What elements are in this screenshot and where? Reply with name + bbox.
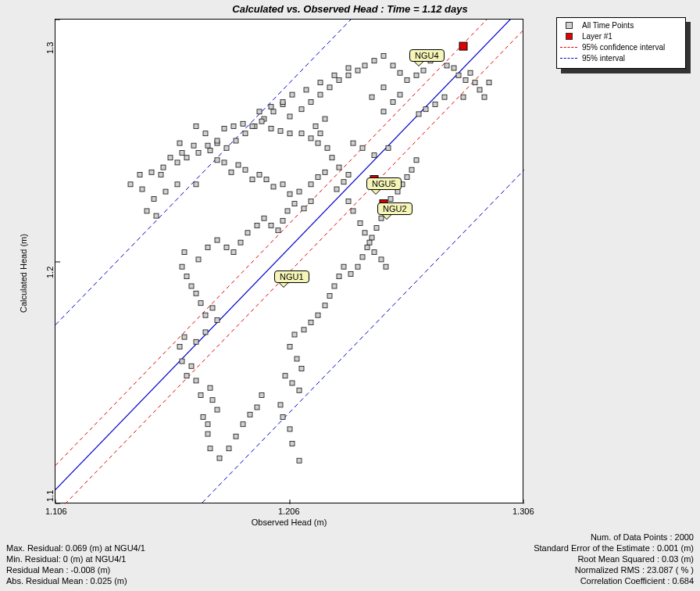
red-dash-icon bbox=[560, 43, 577, 51]
svg-rect-214 bbox=[304, 88, 309, 92]
svg-rect-207 bbox=[313, 124, 318, 128]
svg-rect-62 bbox=[229, 170, 234, 174]
stat-num-points: Num. of Data Points : 2000 bbox=[534, 532, 694, 543]
svg-rect-145 bbox=[332, 284, 337, 288]
svg-rect-88 bbox=[414, 73, 419, 77]
svg-rect-74 bbox=[288, 114, 292, 119]
svg-rect-111 bbox=[184, 156, 189, 160]
svg-rect-199 bbox=[191, 143, 196, 148]
svg-rect-98 bbox=[477, 88, 482, 92]
svg-rect-92 bbox=[445, 63, 449, 68]
svg-rect-209 bbox=[461, 95, 466, 99]
svg-rect-57 bbox=[264, 177, 269, 182]
svg-rect-34 bbox=[184, 274, 189, 279]
svg-rect-119 bbox=[241, 121, 245, 126]
svg-rect-39 bbox=[215, 238, 220, 242]
svg-rect-15 bbox=[205, 422, 210, 427]
svg-rect-40 bbox=[224, 245, 229, 249]
svg-rect-141 bbox=[309, 321, 313, 325]
svg-rect-131 bbox=[280, 414, 285, 419]
svg-rect-32 bbox=[194, 291, 198, 296]
svg-rect-163 bbox=[372, 153, 377, 158]
svg-rect-173 bbox=[323, 170, 327, 174]
svg-rect-41 bbox=[231, 250, 236, 255]
stat-abs-residual-mean: Abs. Residual Mean : 0.025 (m) bbox=[6, 575, 145, 586]
svg-rect-27 bbox=[203, 330, 208, 335]
stats-right: Num. of Data Points : 2000 Standard Erro… bbox=[534, 532, 694, 586]
svg-rect-167 bbox=[337, 165, 341, 170]
svg-rect-50 bbox=[292, 202, 297, 206]
svg-rect-82 bbox=[362, 63, 367, 68]
svg-rect-159 bbox=[405, 175, 409, 180]
svg-rect-75 bbox=[299, 107, 304, 112]
svg-rect-149 bbox=[355, 264, 360, 269]
svg-rect-115 bbox=[203, 131, 208, 136]
legend-label: 95% confidence interval bbox=[582, 43, 665, 52]
ytick-3: 1.3 bbox=[45, 42, 55, 54]
svg-rect-113 bbox=[205, 143, 210, 148]
svg-rect-121 bbox=[259, 119, 264, 124]
svg-rect-151 bbox=[365, 245, 370, 249]
svg-line-8 bbox=[55, 170, 524, 504]
svg-rect-81 bbox=[355, 68, 360, 73]
stat-rms: Root Mean Squared : 0.03 (m) bbox=[534, 553, 694, 564]
svg-rect-38 bbox=[205, 245, 210, 249]
svg-rect-55 bbox=[280, 182, 285, 187]
svg-rect-17 bbox=[210, 398, 215, 403]
svg-rect-192 bbox=[154, 213, 159, 218]
svg-rect-185 bbox=[227, 446, 231, 451]
svg-rect-67 bbox=[224, 145, 229, 150]
svg-rect-69 bbox=[243, 131, 248, 136]
svg-rect-122 bbox=[269, 127, 273, 131]
callout-ngu2: NGU2 bbox=[377, 202, 412, 215]
svg-rect-12 bbox=[208, 446, 212, 451]
plot-area[interactable]: NGU4 NGU5 NGU2 NGU1 bbox=[55, 19, 523, 503]
svg-rect-20 bbox=[194, 378, 198, 383]
svg-rect-200 bbox=[177, 141, 182, 145]
svg-rect-190 bbox=[259, 393, 264, 398]
svg-rect-64 bbox=[215, 158, 220, 163]
svg-rect-188 bbox=[248, 412, 252, 417]
svg-rect-143 bbox=[323, 303, 327, 308]
svg-rect-196 bbox=[442, 95, 447, 99]
svg-rect-170 bbox=[316, 141, 320, 145]
svg-rect-48 bbox=[280, 218, 285, 223]
svg-line-10 bbox=[55, 29, 524, 504]
svg-rect-181 bbox=[372, 250, 377, 255]
svg-rect-191 bbox=[145, 209, 149, 213]
svg-rect-156 bbox=[388, 196, 393, 201]
svg-rect-37 bbox=[196, 257, 201, 262]
svg-rect-187 bbox=[241, 422, 245, 427]
svg-rect-61 bbox=[236, 163, 241, 167]
x-axis-label: Observed Head (m) bbox=[55, 518, 523, 527]
svg-rect-52 bbox=[309, 199, 313, 204]
svg-rect-103 bbox=[163, 189, 168, 194]
svg-rect-218 bbox=[459, 42, 467, 50]
svg-rect-21 bbox=[189, 364, 194, 368]
svg-rect-124 bbox=[288, 131, 292, 136]
svg-rect-83 bbox=[372, 59, 377, 63]
svg-rect-195 bbox=[433, 102, 438, 107]
svg-rect-132 bbox=[278, 403, 283, 407]
svg-rect-126 bbox=[309, 136, 313, 141]
legend-item-all-time: All Time Points bbox=[560, 20, 682, 30]
svg-rect-117 bbox=[222, 127, 227, 131]
svg-rect-136 bbox=[299, 366, 304, 371]
svg-rect-24 bbox=[177, 345, 182, 349]
legend-item-int95: 95% interval bbox=[560, 52, 682, 63]
svg-rect-109 bbox=[161, 165, 166, 170]
svg-rect-176 bbox=[346, 199, 351, 204]
svg-rect-53 bbox=[297, 189, 302, 194]
svg-rect-84 bbox=[381, 54, 386, 59]
svg-rect-95 bbox=[463, 78, 468, 83]
svg-rect-157 bbox=[395, 189, 400, 194]
svg-rect-107 bbox=[138, 172, 142, 177]
svg-rect-30 bbox=[203, 313, 208, 317]
xtick-1: 1.106 bbox=[45, 507, 67, 516]
grey-square-icon bbox=[560, 21, 577, 29]
svg-rect-13 bbox=[205, 432, 210, 436]
svg-rect-87 bbox=[405, 78, 409, 83]
svg-rect-23 bbox=[180, 359, 184, 364]
svg-rect-16 bbox=[215, 407, 220, 412]
svg-rect-59 bbox=[250, 177, 255, 182]
